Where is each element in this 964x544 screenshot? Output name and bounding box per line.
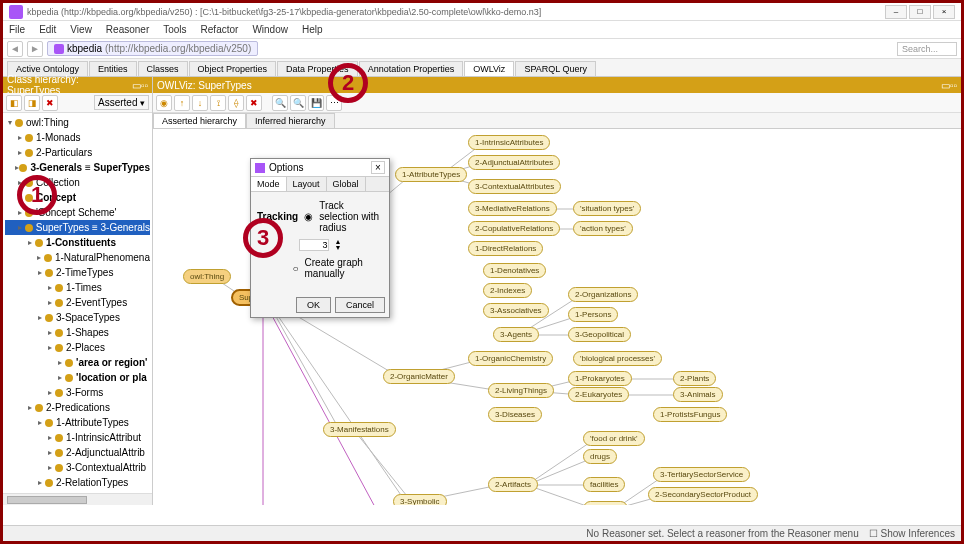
tree-node[interactable]: ▸2-EventTypes: [5, 295, 150, 310]
search-input[interactable]: Search...: [897, 42, 957, 56]
graph-node[interactable]: 1-Persons: [568, 307, 618, 322]
graph-node[interactable]: 1-DirectRelations: [468, 241, 543, 256]
tree-node[interactable]: ▸3-ContextualAttrib: [5, 460, 150, 475]
nav-fwd-icon[interactable]: ►: [27, 41, 43, 57]
tab-annotation-properties[interactable]: Annotation Properties: [359, 61, 464, 76]
graph-node[interactable]: 2-Indexes: [483, 283, 532, 298]
minimize-button[interactable]: –: [885, 5, 907, 19]
graph-node[interactable]: 1-Prokaryotes: [568, 371, 632, 386]
panel-controls-icon[interactable]: ▭▫▫: [132, 80, 148, 91]
tree-node[interactable]: ▸3-Generals ≡ SuperTypes: [5, 160, 150, 175]
graph-node[interactable]: 'food or drink': [583, 431, 645, 446]
menu-refactor[interactable]: Refactor: [201, 24, 239, 35]
nav-back-icon[interactable]: ◄: [7, 41, 23, 57]
graph-node[interactable]: 2-Plants: [673, 371, 716, 386]
expand-icon[interactable]: ⟠: [228, 95, 244, 111]
tree-node[interactable]: ▸'Concept Scheme': [5, 205, 150, 220]
zoom-in-icon[interactable]: 🔍: [272, 95, 288, 111]
ontology-pill[interactable]: kbpedia (http://kbpedia.org/kbpedia/v250…: [47, 41, 258, 56]
dialog-close-button[interactable]: ×: [371, 161, 385, 174]
graph-node[interactable]: 1-OrganicChemistry: [468, 351, 553, 366]
tree-node[interactable]: ▸1-Shapes: [5, 325, 150, 340]
dialog-tab-global[interactable]: Global: [327, 177, 366, 191]
graph-node[interactable]: 2-AdjunctualAttributes: [468, 155, 560, 170]
graph-node[interactable]: 1-Denotatives: [483, 263, 546, 278]
graph-node[interactable]: 'biological processes': [573, 351, 662, 366]
menu-edit[interactable]: Edit: [39, 24, 56, 35]
graph-node[interactable]: 1-ProtistsFungus: [653, 407, 727, 422]
tree-node[interactable]: ▸3-SpaceTypes: [5, 310, 150, 325]
view-mode-select[interactable]: Asserted ▾: [94, 95, 149, 110]
cancel-button[interactable]: Cancel: [335, 297, 385, 313]
tree-node[interactable]: ▸Collection: [5, 175, 150, 190]
tab-owlviz[interactable]: OWLViz: [464, 61, 514, 76]
maximize-button[interactable]: □: [909, 5, 931, 19]
tree-node[interactable]: ▸1-NaturalPhenomena: [5, 250, 150, 265]
graph-node[interactable]: 3-MediativeRelations: [468, 201, 557, 216]
graph-node[interactable]: 3-Agents: [493, 327, 539, 342]
graph-node[interactable]: 'situation types': [573, 201, 641, 216]
dialog-tab-layout[interactable]: Layout: [287, 177, 327, 191]
export-icon[interactable]: 💾: [308, 95, 324, 111]
tree-node[interactable]: ▸2-RelationTypes: [5, 475, 150, 490]
tab-sparql-query[interactable]: SPARQL Query: [515, 61, 596, 76]
down-icon[interactable]: ↓: [192, 95, 208, 111]
tree-node[interactable]: ▸1-Constituents: [5, 235, 150, 250]
graph-node[interactable]: 3-Geopolitical: [568, 327, 631, 342]
graph-node[interactable]: 3-Associatives: [483, 303, 549, 318]
graph-node[interactable]: 2-SecondarySectorProduct: [648, 487, 758, 502]
subtab-inferred-hierarchy[interactable]: Inferred hierarchy: [246, 113, 335, 128]
menu-reasoner[interactable]: Reasoner: [106, 24, 149, 35]
graph-node[interactable]: 3-Symbolic: [393, 494, 447, 505]
options-icon[interactable]: ⋯: [326, 95, 342, 111]
graph-node[interactable]: 2-OrganicMatter: [383, 369, 455, 384]
tree-node[interactable]: ▸1-DirectRelations: [5, 490, 150, 493]
target-icon[interactable]: ◉: [156, 95, 172, 111]
tree-node[interactable]: ▸2-TimeTypes: [5, 265, 150, 280]
tree-node[interactable]: ▸'location or pla: [5, 370, 150, 385]
graph-node[interactable]: products: [583, 501, 628, 505]
menu-file[interactable]: File: [9, 24, 25, 35]
radio-track-selection[interactable]: ◉: [304, 211, 313, 222]
radio-manual[interactable]: ○: [292, 263, 298, 274]
menu-window[interactable]: Window: [252, 24, 288, 35]
tab-data-properties[interactable]: Data Properties: [277, 61, 358, 76]
graph-node[interactable]: drugs: [583, 449, 617, 464]
radius-input[interactable]: [299, 239, 329, 251]
subtab-asserted-hierarchy[interactable]: Asserted hierarchy: [153, 113, 246, 128]
tab-classes[interactable]: Classes: [138, 61, 188, 76]
menu-view[interactable]: View: [70, 24, 92, 35]
class-tree[interactable]: ▾owl:Thing▸1-Monads▸2-Particulars▸3-Gene…: [3, 113, 152, 493]
tree-node[interactable]: ▸2-Particulars: [5, 145, 150, 160]
add-child-button[interactable]: ◨: [24, 95, 40, 111]
graph-node[interactable]: 2-LivingThings: [488, 383, 554, 398]
tree-node[interactable]: ▸1-Times: [5, 280, 150, 295]
h-scrollbar[interactable]: [3, 493, 152, 505]
tree-node[interactable]: ▸1-Monads: [5, 130, 150, 145]
show-inferences-checkbox[interactable]: ☐ Show Inferences: [869, 528, 955, 539]
up-icon[interactable]: ↑: [174, 95, 190, 111]
add-sibling-button[interactable]: ◧: [6, 95, 22, 111]
tree-node[interactable]: ▸Concept: [5, 190, 150, 205]
graph-node[interactable]: 1-AttributeTypes: [395, 167, 467, 182]
dialog-tab-mode[interactable]: Mode: [251, 177, 287, 191]
graph-node[interactable]: 'action types': [573, 221, 633, 236]
tree-node[interactable]: ▸2-Predications: [5, 400, 150, 415]
graph-node[interactable]: 2-Eukaryotes: [568, 387, 629, 402]
tab-object-properties[interactable]: Object Properties: [189, 61, 277, 76]
tree-node[interactable]: ▸1-AttributeTypes: [5, 415, 150, 430]
spinner-icon[interactable]: ▲▼: [335, 239, 342, 251]
graph-node[interactable]: 2-Organizations: [568, 287, 638, 302]
graph-node[interactable]: 3-Manifestations: [323, 422, 396, 437]
graph-node[interactable]: 2-CopulativeRelations: [468, 221, 560, 236]
graph-node[interactable]: 2-Artifacts: [488, 477, 538, 492]
graph-node[interactable]: 3-TertiarySectorService: [653, 467, 750, 482]
zoom-out-icon[interactable]: 🔍: [290, 95, 306, 111]
tree-root[interactable]: ▾owl:Thing: [5, 115, 150, 130]
panel-controls-icon[interactable]: ▭▫▫: [941, 80, 957, 91]
graph-node[interactable]: 3-Diseases: [488, 407, 542, 422]
graph-node[interactable]: 3-ContextualAttributes: [468, 179, 561, 194]
graph-node[interactable]: owl:Thing: [183, 269, 231, 284]
graph-node[interactable]: facilities: [583, 477, 625, 492]
tree-node[interactable]: ▸1-IntrinsicAttribut: [5, 430, 150, 445]
